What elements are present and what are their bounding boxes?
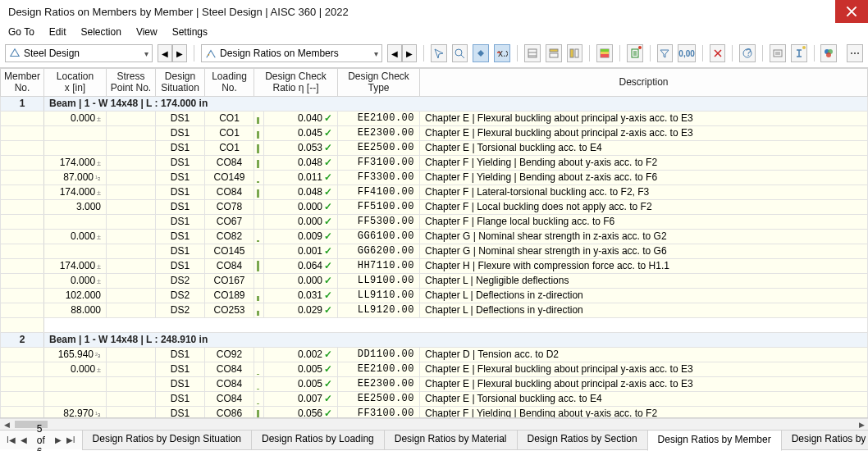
result-row[interactable]: 165.940²₃DS1CO920.002✓DD1100.00Chapter D… [1,347,868,362]
group-title: Beam | 1 - W 14x48 | L : 248.910 in [44,332,868,347]
module-next[interactable]: ▶ [172,44,187,62]
result-row[interactable]: 88.000DS2CO2530.029✓LL9120.00Chapter L |… [1,303,868,317]
result-row[interactable]: 87.000¹₂DS1CO1490.011✓FF3300.00Chapter F… [1,170,868,184]
svg-rect-9 [601,49,609,52]
pager-last[interactable]: ▶I [65,435,77,444]
result-row[interactable]: DS1CO840.007✓EE2500.00Chapter E | Torsio… [1,391,868,406]
horizontal-scrollbar[interactable]: ◀▶ [0,418,868,430]
steel-icon [9,48,21,59]
table-nav: ◀ ▶ [387,44,417,62]
result-row[interactable]: 102.000DS2CO1890.031✓LL9110.00Chapter L … [1,288,868,303]
menu-settings[interactable]: Settings [172,26,208,38]
table-next[interactable]: ▶ [402,44,417,62]
svg-point-1 [455,49,462,56]
results-grid-wrapper[interactable]: MemberNo. Locationx [in] StressPoint No.… [0,68,868,418]
sheet-tab[interactable]: Design Ratios by Loading [251,430,385,450]
svg-text:?: ? [746,48,752,58]
sheet-tab[interactable]: Design Ratios by Section [517,430,648,450]
filter-button[interactable] [657,44,674,62]
decimal-places-button[interactable]: 0,00 [678,44,695,62]
sync-selection-button[interactable] [473,44,489,62]
table-prev[interactable]: ◀ [387,44,402,62]
view-mode-3-button[interactable] [567,44,583,62]
group-header[interactable]: 2Beam | 1 - W 14x48 | L : 248.910 in [1,332,868,347]
result-row[interactable]: DS1CO840.005✓EE2300.00Chapter E | Flexur… [1,376,868,391]
module-prev[interactable]: ◀ [158,44,172,62]
details-button[interactable] [770,44,786,62]
results-grid: MemberNo. Locationx [in] StressPoint No.… [0,68,868,418]
result-row[interactable]: 82.970¹₃DS1CO860.056✓FF3100.00Chapter F … [1,406,868,418]
ratio-icon [205,48,217,59]
color-settings-button[interactable] [820,44,837,62]
chevron-down-icon: ▾ [144,49,148,58]
show-location-button[interactable]: x.x [494,44,510,62]
close-button[interactable] [835,0,868,23]
member-no-cell: 2 [1,332,44,347]
pager-next[interactable]: ▶ [53,435,63,444]
svg-point-18 [826,52,831,57]
result-row[interactable]: 174.000±DS1CO840.064✓HH7110.00Chapter H … [1,258,868,273]
menu-view[interactable]: View [136,26,158,38]
result-row[interactable]: DS1CO670.000✓FF5300.00Chapter F | Flange… [1,214,868,229]
view-mode-2-button[interactable] [546,44,562,62]
window-title: Design Ratios on Members by Member | Ste… [8,6,835,18]
result-row[interactable]: 174.000±DS1CO840.048✓FF4100.00Chapter F … [1,184,868,199]
find-in-view-button[interactable] [452,44,468,62]
pager-text: 5 of 6 [30,423,52,452]
chevron-down-icon: ▾ [374,49,378,58]
result-row[interactable]: 3.000DS1CO780.000✓FF5100.00Chapter F | L… [1,199,868,214]
sheet-tab[interactable]: Design Ratios by Design Situation [82,430,252,450]
result-row[interactable]: 0.000±DS1CO820.009✓GG6100.00Chapter G | … [1,229,868,244]
help-button[interactable]: ? [739,44,756,62]
view-mode-1-button[interactable] [524,44,541,62]
sheet-pager: I◀ ◀ 5 of 6 ▶ ▶I [0,423,82,452]
svg-rect-6 [570,49,573,57]
svg-rect-7 [575,49,578,57]
sheet-tab[interactable]: Design Ratios by Location [781,430,868,450]
toolbar: Steel Design ▾ ◀ ▶ Design Ratios on Memb… [0,43,868,68]
pager-prev[interactable]: ◀ [19,435,29,444]
section-button[interactable] [791,44,807,62]
menu-bar: Go To Edit Selection View Settings [0,23,868,43]
svg-rect-5 [550,53,558,57]
result-row[interactable]: DS1CO10.053✓EE2500.00Chapter E | Torsion… [1,140,868,155]
delete-row-button[interactable] [710,44,726,62]
result-row[interactable]: 0.000±DS1CO10.040✓EE2100.00Chapter E | F… [1,111,868,125]
sheet-tabs: Design Ratios by Design SituationDesign … [82,430,868,450]
svg-rect-4 [550,49,558,52]
overflow-button[interactable]: ⋯ [847,44,863,62]
result-row[interactable]: DS1CO1450.001✓GG6200.00Chapter G | Nomin… [1,244,868,258]
bottom-bar: I◀ ◀ 5 of 6 ▶ ▶I Design Ratios by Design… [0,430,868,449]
result-row[interactable]: 0.000±DS1CO840.005✓EE2100.00Chapter E | … [1,362,868,376]
svg-text:x.x: x.x [498,48,508,59]
result-row[interactable]: 0.000±DS2CO1670.000✓LL9100.00Chapter L |… [1,273,868,288]
menu-goto[interactable]: Go To [8,26,34,38]
design-module-combo[interactable]: Steel Design ▾ [5,44,153,62]
results-colored-button[interactable] [596,44,613,62]
result-table-combo[interactable]: Design Ratios on Members ▾ [201,44,382,62]
menu-edit[interactable]: Edit [49,26,66,38]
svg-rect-10 [601,52,609,54]
member-no-cell: 1 [1,96,44,111]
sheet-tab[interactable]: Design Ratios by Material [384,430,518,450]
group-header[interactable]: 1Beam | 1 - W 14x48 | L : 174.000 in [1,96,868,111]
sheet-tab[interactable]: Design Ratios by Member [647,431,782,451]
module-nav: ◀ ▶ [158,44,187,62]
svg-rect-11 [601,54,609,57]
svg-rect-15 [774,50,782,57]
pager-first[interactable]: I◀ [5,435,17,444]
export-button[interactable] [627,44,643,62]
title-bar: Design Ratios on Members by Member | Ste… [0,0,868,23]
result-row[interactable]: DS1CO10.045✓EE2300.00Chapter E | Flexura… [1,125,868,140]
svg-point-0 [208,54,210,56]
menu-selection[interactable]: Selection [81,26,121,38]
group-title: Beam | 1 - W 14x48 | L : 174.000 in [44,96,868,111]
result-row[interactable]: 174.000±DS1CO840.048✓FF3100.00Chapter F … [1,155,868,170]
select-object-button[interactable] [431,44,447,62]
